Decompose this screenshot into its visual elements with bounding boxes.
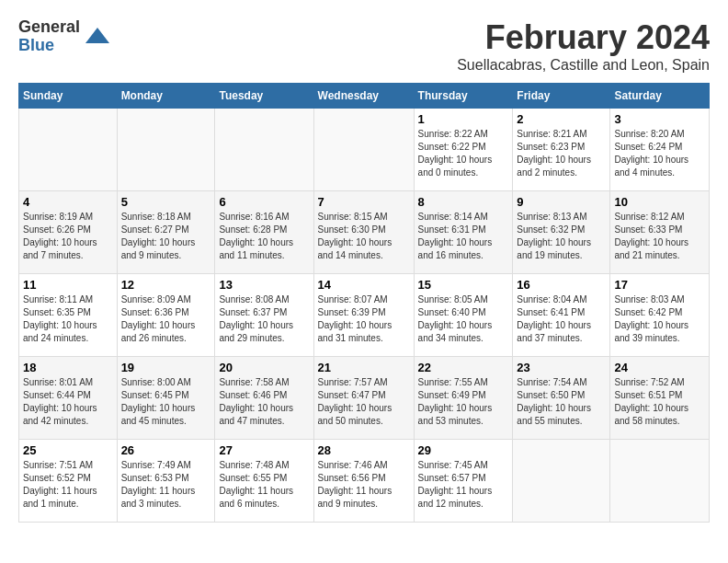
day-number: 18 (23, 361, 113, 374)
day-info: Sunrise: 7:45 AMSunset: 6:57 PMDaylight:… (418, 459, 509, 511)
day-info: Sunrise: 8:22 AMSunset: 6:22 PMDaylight:… (418, 128, 509, 179)
calendar-cell: 7Sunrise: 8:15 AMSunset: 6:30 PMDaylight… (313, 191, 414, 274)
calendar-cell: 14Sunrise: 8:07 AMSunset: 6:39 PMDayligh… (313, 274, 414, 357)
calendar-cell: 24Sunrise: 7:52 AMSunset: 6:51 PMDayligh… (610, 357, 710, 440)
weekday-header: Thursday (414, 84, 513, 109)
day-info: Sunrise: 8:21 AMSunset: 6:23 PMDaylight:… (517, 128, 606, 179)
day-number: 6 (219, 195, 309, 209)
day-number: 28 (318, 443, 410, 457)
day-number: 3 (614, 112, 705, 126)
day-info: Sunrise: 7:58 AMSunset: 6:46 PMDaylight:… (219, 376, 309, 428)
day-number: 14 (318, 278, 410, 292)
day-number: 10 (614, 195, 705, 209)
weekday-header: Tuesday (215, 84, 313, 109)
day-info: Sunrise: 7:54 AMSunset: 6:50 PMDaylight:… (517, 376, 606, 428)
day-info: Sunrise: 8:13 AMSunset: 6:32 PMDaylight:… (517, 211, 606, 262)
day-number: 19 (121, 361, 211, 374)
month-title: February 2024 (457, 18, 710, 57)
day-number: 26 (121, 443, 211, 457)
calendar-week-row: 1Sunrise: 8:22 AMSunset: 6:22 PMDaylight… (19, 109, 710, 191)
calendar-cell: 20Sunrise: 7:58 AMSunset: 6:46 PMDayligh… (215, 357, 313, 440)
calendar-cell: 3Sunrise: 8:20 AMSunset: 6:24 PMDaylight… (610, 109, 710, 191)
weekday-header-row: SundayMondayTuesdayWednesdayThursdayFrid… (19, 84, 710, 109)
day-info: Sunrise: 8:20 AMSunset: 6:24 PMDaylight:… (614, 128, 705, 179)
day-number: 24 (614, 361, 705, 374)
day-info: Sunrise: 8:04 AMSunset: 6:41 PMDaylight:… (517, 293, 606, 345)
calendar-cell: 13Sunrise: 8:08 AMSunset: 6:37 PMDayligh… (215, 274, 313, 357)
day-number: 22 (418, 361, 509, 374)
calendar-cell: 23Sunrise: 7:54 AMSunset: 6:50 PMDayligh… (513, 357, 610, 440)
day-number: 9 (517, 195, 606, 209)
day-info: Sunrise: 8:11 AMSunset: 6:35 PMDaylight:… (23, 293, 113, 345)
calendar-cell: 17Sunrise: 8:03 AMSunset: 6:42 PMDayligh… (610, 274, 710, 357)
day-number: 15 (418, 278, 509, 292)
calendar-cell (117, 109, 215, 191)
day-info: Sunrise: 7:51 AMSunset: 6:52 PMDaylight:… (23, 459, 113, 511)
logo-icon (84, 23, 111, 51)
calendar-cell: 26Sunrise: 7:49 AMSunset: 6:53 PMDayligh… (117, 440, 215, 523)
day-number: 12 (121, 278, 211, 292)
calendar-cell: 5Sunrise: 8:18 AMSunset: 6:27 PMDaylight… (117, 191, 215, 274)
calendar-cell: 22Sunrise: 7:55 AMSunset: 6:49 PMDayligh… (414, 357, 513, 440)
calendar-cell: 25Sunrise: 7:51 AMSunset: 6:52 PMDayligh… (19, 440, 118, 523)
logo: General Blue (18, 18, 111, 55)
calendar-week-row: 4Sunrise: 8:19 AMSunset: 6:26 PMDaylight… (19, 191, 710, 274)
calendar-cell: 9Sunrise: 8:13 AMSunset: 6:32 PMDaylight… (513, 191, 610, 274)
day-number: 25 (23, 443, 113, 457)
logo-blue: Blue (18, 37, 80, 55)
day-number: 1 (418, 112, 509, 126)
calendar-cell: 18Sunrise: 8:01 AMSunset: 6:44 PMDayligh… (19, 357, 118, 440)
day-number: 5 (121, 195, 211, 209)
day-info: Sunrise: 7:57 AMSunset: 6:47 PMDaylight:… (318, 376, 410, 428)
calendar-week-row: 25Sunrise: 7:51 AMSunset: 6:52 PMDayligh… (19, 440, 710, 523)
calendar-cell: 11Sunrise: 8:11 AMSunset: 6:35 PMDayligh… (19, 274, 118, 357)
day-info: Sunrise: 8:01 AMSunset: 6:44 PMDaylight:… (23, 376, 113, 428)
day-info: Sunrise: 8:09 AMSunset: 6:36 PMDaylight:… (121, 293, 211, 345)
day-number: 20 (219, 361, 309, 374)
svg-marker-0 (85, 28, 109, 43)
calendar-table: SundayMondayTuesdayWednesdayThursdayFrid… (18, 83, 710, 523)
calendar-cell: 21Sunrise: 7:57 AMSunset: 6:47 PMDayligh… (313, 357, 414, 440)
weekday-header: Saturday (610, 84, 710, 109)
day-info: Sunrise: 8:08 AMSunset: 6:37 PMDaylight:… (219, 293, 309, 345)
calendar-cell: 10Sunrise: 8:12 AMSunset: 6:33 PMDayligh… (610, 191, 710, 274)
day-info: Sunrise: 7:52 AMSunset: 6:51 PMDaylight:… (614, 376, 705, 428)
title-area: February 2024 Suellacabras, Castille and… (457, 18, 710, 74)
calendar-cell: 6Sunrise: 8:16 AMSunset: 6:28 PMDaylight… (215, 191, 313, 274)
day-number: 23 (517, 361, 606, 374)
calendar-cell (19, 109, 118, 191)
calendar-cell: 27Sunrise: 7:48 AMSunset: 6:55 PMDayligh… (215, 440, 313, 523)
calendar-cell: 8Sunrise: 8:14 AMSunset: 6:31 PMDaylight… (414, 191, 513, 274)
day-number: 11 (23, 278, 113, 292)
day-number: 21 (318, 361, 410, 374)
day-info: Sunrise: 7:55 AMSunset: 6:49 PMDaylight:… (418, 376, 509, 428)
day-info: Sunrise: 8:18 AMSunset: 6:27 PMDaylight:… (121, 211, 211, 262)
calendar-cell (215, 109, 313, 191)
day-info: Sunrise: 7:46 AMSunset: 6:56 PMDaylight:… (318, 459, 410, 511)
calendar-cell: 15Sunrise: 8:05 AMSunset: 6:40 PMDayligh… (414, 274, 513, 357)
day-info: Sunrise: 8:15 AMSunset: 6:30 PMDaylight:… (318, 211, 410, 262)
calendar-cell: 28Sunrise: 7:46 AMSunset: 6:56 PMDayligh… (313, 440, 414, 523)
calendar-cell: 16Sunrise: 8:04 AMSunset: 6:41 PMDayligh… (513, 274, 610, 357)
day-number: 2 (517, 112, 606, 126)
day-number: 4 (23, 195, 113, 209)
calendar-cell: 1Sunrise: 8:22 AMSunset: 6:22 PMDaylight… (414, 109, 513, 191)
day-number: 29 (418, 443, 509, 457)
weekday-header: Monday (117, 84, 215, 109)
weekday-header: Sunday (19, 84, 118, 109)
calendar-cell (313, 109, 414, 191)
day-number: 13 (219, 278, 309, 292)
day-number: 7 (318, 195, 410, 209)
calendar-week-row: 11Sunrise: 8:11 AMSunset: 6:35 PMDayligh… (19, 274, 710, 357)
calendar-week-row: 18Sunrise: 8:01 AMSunset: 6:44 PMDayligh… (19, 357, 710, 440)
weekday-header: Friday (513, 84, 610, 109)
location-title: Suellacabras, Castille and Leon, Spain (457, 57, 710, 74)
calendar-cell: 12Sunrise: 8:09 AMSunset: 6:36 PMDayligh… (117, 274, 215, 357)
day-info: Sunrise: 7:48 AMSunset: 6:55 PMDaylight:… (219, 459, 309, 511)
day-info: Sunrise: 8:12 AMSunset: 6:33 PMDaylight:… (614, 211, 705, 262)
day-info: Sunrise: 8:16 AMSunset: 6:28 PMDaylight:… (219, 211, 309, 262)
page-header: General Blue February 2024 Suellacabras,… (18, 18, 710, 74)
day-info: Sunrise: 8:07 AMSunset: 6:39 PMDaylight:… (318, 293, 410, 345)
weekday-header: Wednesday (313, 84, 414, 109)
day-number: 27 (219, 443, 309, 457)
